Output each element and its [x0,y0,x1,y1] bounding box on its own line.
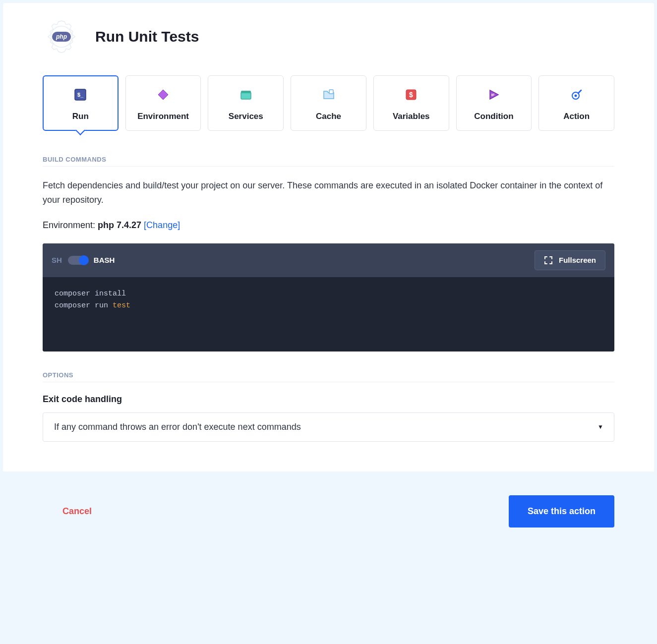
cancel-button[interactable]: Cancel [43,502,112,521]
php-gear-icon: php [43,18,80,56]
footer: Cancel Save this action [3,471,654,551]
tab-run[interactable]: $_ Run [43,75,119,131]
exit-code-label: Exit code handling [43,394,614,405]
shell-toggle-switch[interactable] [68,256,88,265]
tab-cache[interactable]: Cache [291,75,366,131]
dollar-icon: $ [404,88,418,102]
tab-environment[interactable]: Environment [125,75,201,131]
save-button[interactable]: Save this action [509,495,614,527]
build-commands-heading: BUILD COMMANDS [43,156,614,167]
tab-label: Run [72,112,89,121]
env-value: php 7.4.27 [98,220,141,230]
tab-action[interactable]: Action [538,75,614,131]
tab-services[interactable]: Services [208,75,284,131]
svg-text:$: $ [409,91,413,99]
code-line: composer run test [55,300,602,312]
tab-label: Environment [137,112,189,121]
main-panel: php Run Unit Tests $_ Run [3,3,654,551]
shell-sh-label: SH [52,256,62,264]
svg-rect-3 [241,92,251,99]
header: php Run Unit Tests [43,18,614,56]
fullscreen-icon [544,256,553,265]
diamond-icon [156,88,170,102]
svg-line-11 [578,90,581,93]
shell-toggle: SH BASH [52,256,115,265]
svg-rect-5 [329,90,333,94]
code-body[interactable]: composer install composer run test [43,277,614,351]
tab-label: Services [229,112,263,121]
build-description: Fetch dependencies and build/test your p… [43,178,614,207]
change-link[interactable]: [Change] [144,220,180,230]
tab-condition[interactable]: IF Condition [456,75,532,131]
play-icon: IF [487,88,501,102]
box-icon [239,88,253,102]
code-editor: SH BASH Fullscreen composer install comp… [43,243,614,351]
svg-text:IF: IF [491,93,494,97]
options-heading: OPTIONS [43,371,614,382]
fullscreen-label: Fullscreen [559,256,596,264]
tabs: $_ Run Environment [43,75,614,131]
tab-variables[interactable]: $ Variables [373,75,449,131]
tab-label: Condition [474,112,513,121]
shell-bash-label: BASH [94,256,115,264]
page-title: Run Unit Tests [95,28,199,45]
terminal-icon: $_ [73,88,87,102]
gear-icon [570,88,584,102]
code-header: SH BASH Fullscreen [43,243,614,277]
folder-icon [322,88,336,102]
tab-label: Action [563,112,590,121]
env-label: Environment: [43,220,98,230]
tab-label: Cache [316,112,341,121]
svg-point-10 [574,95,577,97]
php-badge: php [52,32,71,42]
fullscreen-button[interactable]: Fullscreen [535,250,605,270]
environment-line: Environment: php 7.4.27 [Change] [43,220,614,231]
svg-rect-4 [241,91,251,93]
tab-label: Variables [393,112,430,121]
svg-text:$_: $_ [77,92,84,98]
exit-code-select[interactable]: If any command throws an error don't exe… [43,412,614,442]
code-line: composer install [55,288,602,300]
